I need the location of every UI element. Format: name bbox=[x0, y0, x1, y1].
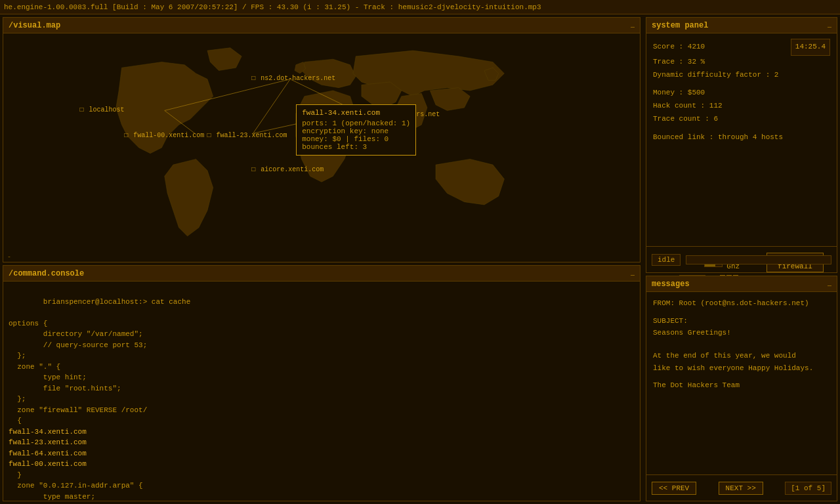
node-fwall23[interactable]: fwall-23.xenti.com bbox=[207, 132, 287, 139]
messages-header: messages _ bbox=[646, 276, 837, 292]
console-prompt-1: brianspencer@localhost:> cat cache bbox=[43, 298, 190, 306]
tracecount-row: Trace count : 6 bbox=[653, 113, 830, 126]
console-close2: }; bbox=[9, 395, 26, 403]
prev-button[interactable]: << PREV bbox=[652, 482, 696, 495]
status-label: idle bbox=[652, 254, 681, 266]
message-signature: The Dot Hackers Team bbox=[653, 379, 830, 392]
system-panel-header: system panel _ bbox=[646, 18, 837, 33]
command-panel: /command.console _ brianspencer@localhos… bbox=[3, 265, 640, 501]
messages-content: FROM: Root (root@ns.dot-hackers.net) SUB… bbox=[646, 292, 837, 474]
command-minimize[interactable]: _ bbox=[631, 270, 635, 277]
node-fwall00[interactable]: fwall-00.xenti.com bbox=[124, 132, 204, 139]
visual-map-panel: /visual.map _ bbox=[3, 17, 640, 262]
map-container: localhost ns2.dot-hackers.net ns.dot-hac… bbox=[3, 33, 640, 262]
messages-nav: << PREV NEXT >> [1 of 5] bbox=[646, 474, 837, 501]
console-query: // query-source port 53; bbox=[9, 341, 147, 349]
map-bottom-text: - bbox=[7, 253, 11, 261]
status-progress bbox=[686, 255, 831, 264]
messages-panel: messages _ FROM: Root (root@ns.dot-hacke… bbox=[646, 276, 837, 501]
next-button[interactable]: NEXT >> bbox=[719, 482, 763, 495]
console-file1: file "root.hints"; bbox=[9, 385, 121, 392]
money-row: Money : $500 bbox=[653, 87, 830, 100]
tooltip-bounces: bounces left: 3 bbox=[302, 143, 410, 151]
hackcount-label: Hack count : 112 bbox=[653, 102, 723, 110]
console-fw00: fwall-00.xenti.com bbox=[9, 460, 87, 468]
map-bottom-bar: - bbox=[3, 252, 640, 262]
node-aicore[interactable]: aicore.xenti.com bbox=[251, 166, 324, 173]
node-aicore-label: aicore.xenti.com bbox=[261, 166, 324, 173]
trace-row: Trace : 32 % bbox=[653, 56, 830, 69]
system-panel-title: system panel bbox=[652, 21, 708, 30]
score-row: Score : 4210 14:25.4 bbox=[653, 39, 830, 56]
console-type2: type master; bbox=[9, 493, 95, 501]
console-content[interactable]: brianspencer@localhost:> cat cache optio… bbox=[3, 282, 640, 501]
timestamp: 14:25.4 bbox=[791, 39, 830, 56]
score-label: Score : 4210 bbox=[653, 41, 705, 54]
console-close1: }; bbox=[9, 352, 26, 360]
title-text: he.engine-1.00.0083.full [Build : May 6 … bbox=[4, 3, 541, 11]
message-subject-text: Seasons Greetings! bbox=[653, 327, 830, 339]
message-subject-label: SUBJECT: bbox=[653, 315, 830, 327]
messages-minimize[interactable]: _ bbox=[828, 280, 831, 287]
system-minimize[interactable]: _ bbox=[828, 22, 831, 29]
hackcount-row: Hack count : 112 bbox=[653, 100, 830, 113]
command-title: /command.console bbox=[9, 269, 84, 278]
page-info: [1 of 5] bbox=[785, 482, 831, 495]
bounced-row: Bounced link : through 4 hosts bbox=[653, 131, 830, 144]
right-column: system panel _ Score : 4210 14:25.4 Trac… bbox=[643, 14, 840, 504]
console-zone2: zone "firewall" REVERSE /root/ bbox=[9, 406, 147, 414]
console-brace: { bbox=[9, 417, 22, 425]
tooltip-encryption: encryption key: none bbox=[302, 127, 410, 135]
command-header: /command.console _ bbox=[3, 266, 640, 282]
node-fwall00-label: fwall-00.xenti.com bbox=[133, 132, 204, 139]
left-column: /visual.map _ bbox=[0, 14, 643, 504]
difficulty-row: Dynamic difficulty factor : 2 bbox=[653, 69, 830, 82]
console-dir: directory "/var/named"; bbox=[9, 330, 143, 338]
console-fw34: fwall-34.xenti.com bbox=[9, 428, 87, 436]
visual-map-minimize[interactable]: _ bbox=[631, 22, 635, 29]
system-panel: system panel _ Score : 4210 14:25.4 Trac… bbox=[646, 17, 837, 273]
visual-map-header: /visual.map _ bbox=[3, 18, 640, 33]
difficulty-label: Dynamic difficulty factor : 2 bbox=[653, 71, 778, 79]
money-label: Money : $500 bbox=[653, 89, 705, 96]
title-bar: he.engine-1.00.0083.full [Build : May 6 … bbox=[0, 0, 840, 14]
node-localhost[interactable]: localhost bbox=[79, 106, 124, 114]
node-ns2[interactable]: ns2.dot-hackers.net bbox=[251, 75, 335, 82]
map-tooltip: fwall-34.xenti.com ports: 1 (open/hacked… bbox=[296, 104, 416, 156]
console-fw23: fwall-23.xenti.com bbox=[9, 438, 87, 446]
console-fw64: fwall-64.xenti.com bbox=[9, 450, 87, 457]
console-options: options { bbox=[9, 320, 47, 327]
console-zone3: zone "0.0.127.in-addr.arpa" { bbox=[9, 482, 143, 490]
node-fwall23-label: fwall-23.xenti.com bbox=[216, 132, 287, 139]
message-body: At the end of this year, we wouldlike to… bbox=[653, 350, 830, 374]
tracecount-label: Trace count : 6 bbox=[653, 115, 718, 123]
console-type1: type hint; bbox=[9, 373, 87, 381]
system-content: Score : 4210 14:25.4 Trace : 32 % Dynami… bbox=[646, 33, 837, 246]
message-from: FROM: Root (root@ns.dot-hackers.net) bbox=[653, 297, 830, 310]
console-zone1: zone "." { bbox=[9, 363, 60, 371]
visual-map-title: /visual.map bbox=[9, 21, 60, 30]
console-close3: } bbox=[9, 471, 22, 479]
messages-title: messages bbox=[652, 280, 690, 289]
tooltip-money: money: $0 | files: 0 bbox=[302, 135, 410, 143]
bounced-label: Bounced link : through 4 hosts bbox=[653, 133, 783, 141]
tooltip-host: fwall-34.xenti.com bbox=[302, 109, 410, 117]
status-bar: idle bbox=[646, 246, 837, 272]
tooltip-ports: ports: 1 (open/hacked: 1) bbox=[302, 119, 410, 127]
node-localhost-label: localhost bbox=[89, 106, 124, 114]
console-blank-1 bbox=[9, 308, 13, 316]
main-layout: /visual.map _ bbox=[0, 14, 840, 504]
trace-label: Trace : 32 % bbox=[653, 58, 705, 66]
node-ns2-label: ns2.dot-hackers.net bbox=[261, 75, 335, 82]
